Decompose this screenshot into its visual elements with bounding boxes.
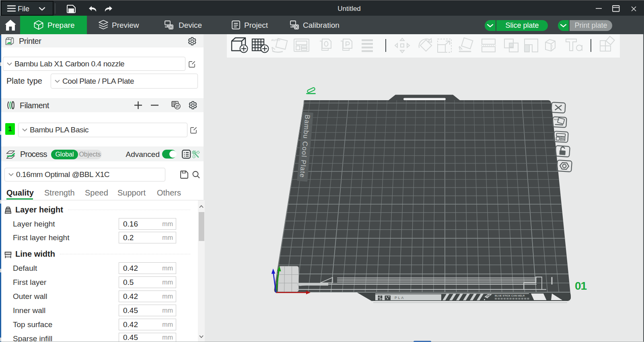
svg-text:Device: Device bbox=[179, 21, 202, 29]
svg-text:Preview: Preview bbox=[112, 21, 139, 29]
svg-text:Advanced: Advanced bbox=[126, 150, 160, 159]
svg-text:Process: Process bbox=[20, 150, 47, 159]
svg-text:AUTO: AUTO bbox=[271, 38, 280, 42]
svg-text:Printer: Printer bbox=[19, 37, 41, 45]
svg-text:Calibration: Calibration bbox=[303, 21, 339, 29]
svg-text:Project: Project bbox=[244, 21, 268, 29]
svg-text:Prepare: Prepare bbox=[47, 21, 75, 29]
svg-text:Filament: Filament bbox=[20, 101, 49, 110]
